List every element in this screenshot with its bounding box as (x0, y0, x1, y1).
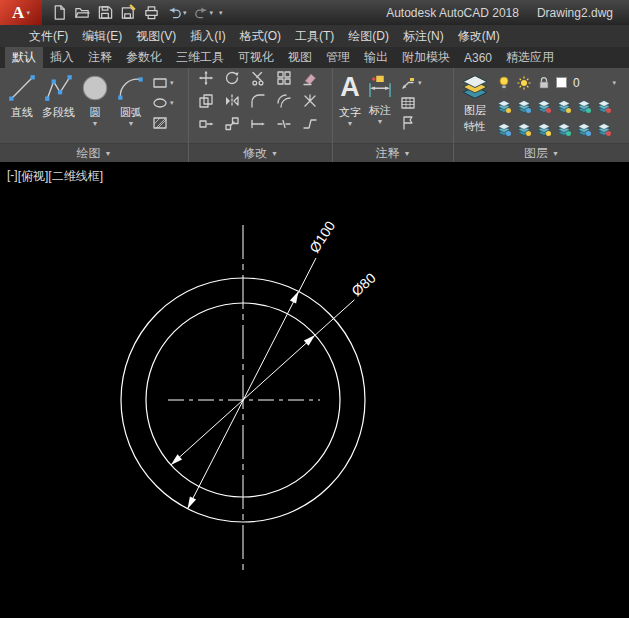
table-button[interactable] (400, 94, 422, 111)
menu-insert[interactable]: 插入(I) (183, 25, 232, 48)
open-folder-icon (74, 4, 91, 21)
dim-80-text[interactable]: Ø80 (348, 269, 379, 299)
current-layer-name: 0 (573, 76, 580, 90)
mirror-button[interactable] (219, 93, 245, 109)
explode-button[interactable] (297, 93, 323, 109)
move-button[interactable] (193, 70, 219, 86)
polyline-button[interactable]: 多段线 (40, 70, 77, 120)
tab-manage[interactable]: 管理 (319, 47, 357, 68)
layer-walk-icon[interactable] (576, 121, 592, 137)
dim-100-text[interactable]: Ø100 (306, 218, 338, 256)
layer-thaw-icon[interactable] (516, 121, 532, 137)
layer-lock-icon[interactable] (556, 98, 572, 114)
qat-customize-button[interactable]: ▾ (216, 2, 226, 23)
menu-file[interactable]: 文件(F) (22, 25, 75, 48)
visual-style-control[interactable]: [二维线框] (48, 168, 103, 185)
tab-view[interactable]: 视图 (281, 47, 319, 68)
panel-modify-label[interactable]: 修改 ▼ (189, 143, 332, 162)
tab-addins[interactable]: 附加模块 (395, 47, 457, 68)
hatch-button[interactable] (152, 114, 174, 131)
rectangle-button[interactable]: ▾ (152, 74, 174, 91)
menu-modify[interactable]: 修改(M) (451, 25, 507, 48)
text-button[interactable]: A 文字 ▼ (337, 70, 363, 127)
arc-button[interactable]: 圆弧 ▼ (113, 70, 149, 127)
tab-default[interactable]: 默认 (5, 47, 43, 68)
panel-modify-body (189, 68, 332, 143)
copy-button[interactable] (193, 93, 219, 109)
drawing-area[interactable]: Ø100 Ø80 [-] [俯视] [二维线框] (0, 162, 629, 618)
ellipse-button[interactable]: ▾ (152, 94, 174, 111)
viewport-menu-control[interactable]: [-] (7, 168, 18, 185)
arc-label: 圆弧 (120, 105, 142, 120)
plot-button[interactable] (140, 2, 163, 23)
line-button[interactable]: 直线 (4, 70, 40, 120)
tab-visualize[interactable]: 可视化 (231, 47, 281, 68)
join-button[interactable] (297, 116, 323, 132)
dimension-button[interactable]: 标注 ▼ (363, 70, 397, 125)
leader-button[interactable]: ▾ (400, 74, 422, 91)
layer-freeze-icon[interactable] (516, 98, 532, 114)
undo-button[interactable]: ▾ (163, 2, 190, 23)
tab-3d-tools[interactable]: 三维工具 (169, 47, 231, 68)
menu-format[interactable]: 格式(O) (233, 25, 288, 48)
dim-80-line[interactable] (171, 300, 355, 465)
layer-match-icon[interactable] (576, 98, 592, 114)
save-button[interactable] (94, 2, 117, 23)
tab-insert[interactable]: 插入 (43, 47, 81, 68)
layer-properties-button[interactable]: 图层 特性 (458, 70, 492, 134)
circle-button[interactable]: 圆 ▼ (77, 70, 113, 127)
array-button[interactable] (271, 70, 297, 86)
layer-unlock-icon[interactable] (556, 121, 572, 137)
save-as-button[interactable] (117, 2, 140, 23)
chevron-down-icon: ▼ (552, 150, 559, 157)
circle-label: 圆 (90, 105, 101, 120)
line-label: 直线 (11, 105, 33, 120)
menu-draw[interactable]: 绘图(D) (341, 25, 396, 48)
tab-annotate[interactable]: 注释 (81, 47, 119, 68)
view-direction-control[interactable]: [俯视] (18, 168, 49, 185)
rotate-button[interactable] (219, 70, 245, 86)
layer-isolate-icon[interactable] (496, 98, 512, 114)
chevron-down-icon: ▾ (170, 99, 174, 106)
menu-edit[interactable]: 编辑(E) (75, 25, 129, 48)
app-menu-button[interactable]: A ▾ (0, 0, 42, 25)
ribbon: 直线 多段线 圆 ▼ 圆弧 ▼ (0, 68, 629, 162)
trim-button[interactable] (245, 70, 271, 86)
tab-output[interactable]: 输出 (357, 47, 395, 68)
panel-draw-label[interactable]: 绘图 ▼ (0, 143, 188, 162)
layer-off-icon[interactable] (536, 98, 552, 114)
redo-button[interactable]: ▾ (190, 2, 217, 23)
autocad-window: A ▾ ▾ ▾ (0, 0, 629, 618)
polyline-icon (43, 72, 75, 104)
offset-button[interactable] (271, 93, 297, 109)
line-icon (6, 72, 38, 104)
menu-dimension[interactable]: 标注(N) (396, 25, 451, 48)
stretch-button[interactable] (193, 116, 219, 132)
panel-layers-label[interactable]: 图层 ▼ (454, 143, 629, 162)
break-button[interactable] (271, 116, 297, 132)
autocad-logo: A (12, 4, 24, 21)
scale-button[interactable] (219, 116, 245, 132)
annotate-extra-tools: ▾ (397, 70, 422, 131)
app-title: Autodesk AutoCAD 2018 (386, 6, 519, 20)
layer-dropdown[interactable]: 0 ▾ (496, 71, 622, 94)
stretch-icon (198, 116, 214, 132)
panel-annotate-label[interactable]: 注释 ▼ (333, 143, 453, 162)
drawing-canvas-svg: Ø100 Ø80 (0, 162, 629, 618)
tab-featured-apps[interactable]: 精选应用 (499, 47, 561, 68)
new-file-button[interactable] (48, 2, 71, 23)
fillet-button[interactable] (245, 93, 271, 109)
layer-previous-icon[interactable] (596, 98, 612, 114)
layer-on-icon[interactable] (536, 121, 552, 137)
text-icon: A (340, 72, 360, 104)
tab-parametric[interactable]: 参数化 (119, 47, 169, 68)
menu-view[interactable]: 视图(V) (129, 25, 183, 48)
menu-tools[interactable]: 工具(T) (288, 25, 341, 48)
layer-merge-icon[interactable] (596, 121, 612, 137)
tab-a360[interactable]: A360 (457, 47, 499, 68)
lengthen-button[interactable] (245, 116, 271, 132)
open-button[interactable] (71, 2, 94, 23)
markup-button[interactable] (400, 114, 422, 131)
erase-button[interactable] (297, 70, 323, 86)
layer-unisolate-icon[interactable] (496, 121, 512, 137)
